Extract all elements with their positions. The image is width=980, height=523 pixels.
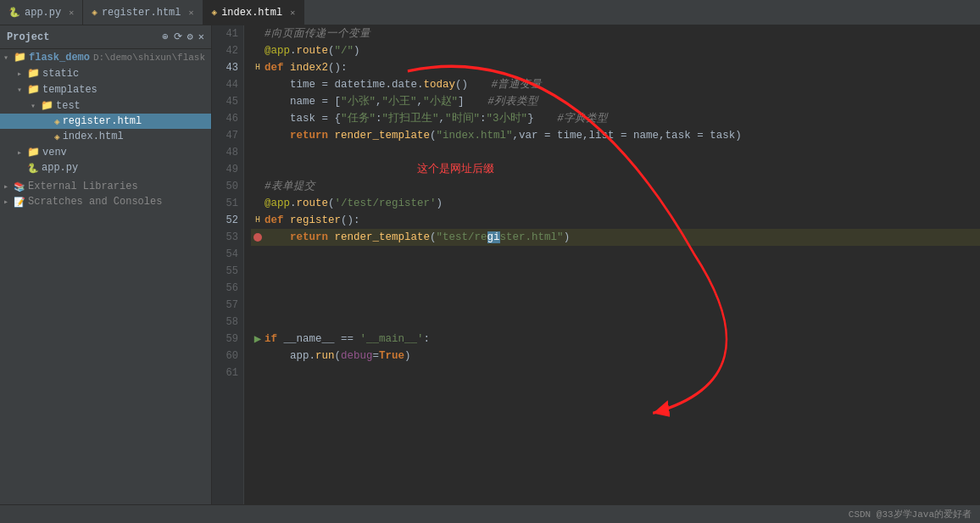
tab-close-register-html[interactable]: ✕	[189, 8, 194, 18]
sidebar-title: Project	[7, 31, 49, 43]
ln-55: 55	[212, 263, 238, 280]
tab-register-html[interactable]: ◈ register.html ✕	[83, 0, 203, 25]
ln-45: 45	[212, 93, 238, 110]
sidebar-item-venv[interactable]: ▸ 📁 venv	[0, 144, 211, 160]
sidebar-item-register-html[interactable]: ◈ register.html	[0, 114, 211, 129]
arrow-venv: ▸	[17, 147, 27, 158]
main-area: Project ⊕ ⟳ ⚙ ✕ ▾ 📁 flask_demo D:\demo\s…	[0, 25, 980, 504]
file-icon-apppy: 🐍	[27, 163, 39, 174]
tab-app-py[interactable]: 🐍 app.py ✕	[0, 0, 83, 25]
code-content-41: #向页面传递一个变量	[264, 25, 980, 42]
file-icon-index: ◈	[54, 131, 60, 142]
code-line-44: time = datetime.date.today() #普通变量	[251, 76, 980, 93]
file-icon-register: ◈	[54, 116, 60, 127]
code-content-60: app.run(debug=True)	[264, 348, 980, 364]
ln-46: 46	[212, 110, 238, 127]
arrow-icon: ▾	[3, 53, 14, 63]
ln-57: 57	[212, 297, 238, 314]
watermark: CSDN @33岁学Java的爱好者	[849, 508, 972, 520]
tab-close-app-py[interactable]: ✕	[69, 8, 74, 18]
code-content-42: @app.route("/")	[264, 42, 980, 59]
editor[interactable]: 41 42 43 44 45 46 47 48 49 50 51 52 53 5…	[212, 25, 980, 504]
sidebar: Project ⊕ ⟳ ⚙ ✕ ▾ 📁 flask_demo D:\demo\s…	[0, 25, 212, 504]
code-line-59: ▶ if __name__ == '__main__':	[251, 331, 980, 348]
ln-43: 43	[212, 59, 238, 76]
sidebar-item-templates[interactable]: ▾ 📁 templates	[0, 81, 211, 97]
sidebar-item-test[interactable]: ▾ 📁 test	[0, 97, 211, 114]
close-sidebar-icon[interactable]: ✕	[198, 31, 204, 43]
code-line-42: @app.route("/")	[251, 42, 980, 59]
code-line-52: H def register():	[251, 212, 980, 229]
code-line-61	[251, 364, 980, 381]
gutter-59[interactable]: ▶	[251, 331, 264, 348]
line-numbers: 41 42 43 44 45 46 47 48 49 50 51 52 53 5…	[212, 25, 244, 504]
ln-60: 60	[212, 348, 238, 364]
folder-icon-static: 📁	[27, 67, 40, 80]
tab-index-html[interactable]: ◈ index.html ✕	[203, 0, 305, 25]
sidebar-item-scratches[interactable]: ▸ 📝 Scratches and Consoles	[0, 194, 211, 209]
code-line-49: 这个是网址后缀	[251, 161, 980, 178]
arrow-apppy	[17, 164, 27, 173]
static-label: static	[42, 68, 79, 80]
app-py-label: app.py	[42, 162, 78, 174]
status-bar: CSDN @33岁学Java的爱好者	[0, 504, 980, 523]
ln-44: 44	[212, 76, 238, 93]
sidebar-item-ext-lib[interactable]: ▸ 📚 External Libraries	[0, 179, 211, 194]
code-line-47: return render_template("index.html",var …	[251, 127, 980, 144]
flask-demo-label: flask_demo	[29, 52, 90, 64]
arrow-test: ▾	[31, 101, 41, 111]
code-content-52: def register():	[264, 212, 980, 229]
sidebar-item-index-html[interactable]: ◈ index.html	[0, 129, 211, 144]
tab-close-index-html[interactable]: ✕	[290, 8, 295, 18]
ln-53: 53	[212, 229, 238, 246]
code-line-48	[251, 144, 980, 161]
arrow-scratches: ▸	[3, 197, 14, 207]
ln-56: 56	[212, 280, 238, 297]
ln-61: 61	[212, 364, 238, 381]
folder-icon-templates: 📁	[27, 83, 40, 96]
ln-49: 49	[212, 161, 238, 178]
ln-54: 54	[212, 246, 238, 263]
ln-48: 48	[212, 144, 238, 161]
arrow-index	[44, 132, 54, 142]
html-icon: ◈	[92, 7, 97, 18]
ln-58: 58	[212, 314, 238, 331]
folder-icon-venv: 📁	[27, 146, 40, 159]
gutter-52: H	[251, 212, 264, 229]
code-content-44: time = datetime.date.today() #普通变量	[264, 76, 980, 93]
arrow-templates: ▾	[17, 85, 27, 95]
code-content-48	[264, 144, 980, 161]
code-line-57	[251, 297, 980, 314]
arrow-register	[44, 117, 54, 126]
sync-icon[interactable]: ⟳	[174, 31, 182, 43]
code-content-43: def index2():	[264, 59, 980, 76]
sidebar-item-app-py[interactable]: 🐍 app.py	[0, 160, 211, 175]
code-content-51: @app.route('/test/register')	[264, 195, 980, 212]
code-content-47: return render_template("index.html",var …	[264, 127, 980, 144]
register-html-label: register.html	[63, 115, 142, 127]
ln-42: 42	[212, 42, 238, 59]
gutter-43: H	[251, 59, 264, 76]
sidebar-header: Project ⊕ ⟳ ⚙ ✕	[0, 25, 211, 49]
sidebar-item-flask-demo[interactable]: ▾ 📁 flask_demo D:\demo\shixun\flask	[0, 49, 211, 65]
ln-59: 59	[212, 331, 238, 348]
code-line-55	[251, 263, 980, 280]
ln-47: 47	[212, 127, 238, 144]
folder-icon-test: 📁	[41, 99, 53, 112]
settings-icon[interactable]: ⚙	[187, 31, 193, 43]
ln-50: 50	[212, 178, 238, 195]
code-line-56	[251, 280, 980, 297]
arrow-ext: ▸	[3, 181, 14, 192]
sidebar-item-static[interactable]: ▸ 📁 static	[0, 65, 211, 81]
breakpoint-53	[253, 233, 262, 242]
project-icon: 📁	[14, 51, 26, 64]
tab-bar: 🐍 app.py ✕ ◈ register.html ✕ ◈ index.htm…	[0, 0, 980, 25]
html-icon-2: ◈	[212, 7, 218, 18]
gutter-53	[251, 233, 264, 242]
index-html-label: index.html	[63, 131, 124, 142]
ln-52: 52	[212, 212, 238, 229]
templates-label: templates	[42, 84, 97, 96]
venv-label: venv	[42, 147, 67, 159]
sidebar-icons: ⊕ ⟳ ⚙ ✕	[162, 31, 204, 43]
add-icon[interactable]: ⊕	[162, 31, 168, 43]
